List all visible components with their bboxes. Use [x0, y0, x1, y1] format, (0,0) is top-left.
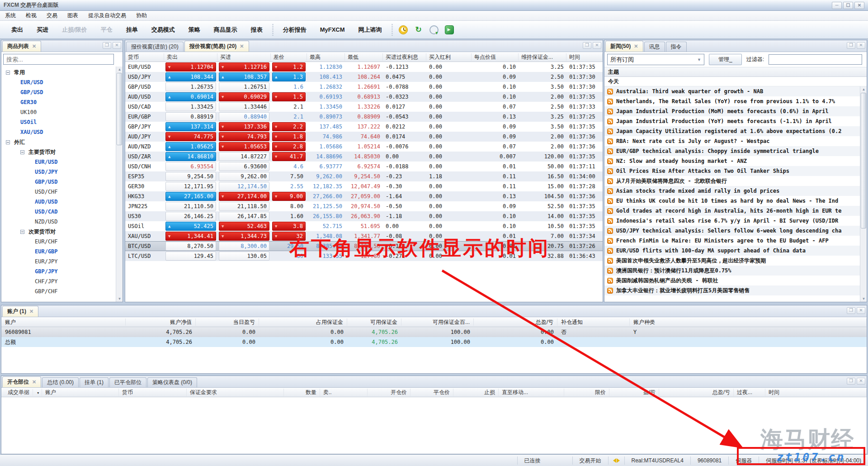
sidebar-item-GER30[interactable]: GER30 [1, 97, 123, 107]
news-item[interactable]: Japan Capacity Utilization registered at… [604, 126, 867, 136]
panel-restore-icon[interactable]: ❐ [847, 42, 855, 49]
tab-quotes-报价视窗(进阶) (20)[interactable]: 报价视窗(进阶) (20) [126, 42, 184, 52]
news-item[interactable]: EUR/USD flirts with 100-day MA support a… [604, 246, 867, 256]
quote-row-ESP35[interactable]: ESP359,254.509,262.007.509,262.009,254.5… [125, 171, 603, 181]
buy-price-cell[interactable]: 6.93600 [219, 162, 269, 171]
buy-price-cell[interactable]: 14.87227 [219, 152, 269, 161]
sidebar-scrollbar[interactable]: ▲ ▼ [116, 67, 123, 302]
scrollbar-thumb[interactable] [117, 73, 122, 145]
news-item[interactable]: Indonesia's retail sales rise 6.7% y/y i… [604, 216, 867, 226]
filter-input[interactable] [769, 54, 862, 65]
sell-price-cell[interactable]: 1.33425 [165, 102, 216, 111]
buy-price-cell[interactable]: 21,118.50 [219, 202, 269, 211]
sell-price-cell[interactable]: ▼1,344.41 [165, 232, 216, 241]
news-item[interactable]: NZ: Slow and steady housing market - ANZ [604, 156, 867, 166]
news-item[interactable]: Gold trades at record high in Australia,… [604, 206, 867, 216]
sidebar-item-USD/JPY[interactable]: USD/JPY [1, 167, 123, 177]
buy-price-cell[interactable]: 9,262.00 [219, 172, 269, 181]
account-row[interactable]: 总额4,705.260.000.004,705.26100.000.00 [1, 337, 867, 347]
sell-price-cell[interactable]: ▲52.425 [165, 222, 216, 231]
market-scan-icon[interactable] [445, 25, 454, 34]
sell-price-cell[interactable]: 9,254.50 [165, 172, 216, 181]
quote-row-JPN225[interactable]: JPN22521,110.5021,118.508.0021,125.5020,… [125, 201, 603, 211]
sidebar-item-AUD/USD[interactable]: AUD/USD [1, 197, 123, 207]
toolbar-button[interactable]: 分析报告 [276, 22, 313, 38]
news-item[interactable]: Oil Prices Rise After Attacks on Two Oil… [604, 166, 867, 176]
buy-price-cell[interactable]: ▼1.12716 [219, 62, 269, 71]
manage-button[interactable]: 管理_ [709, 54, 742, 65]
news-item[interactable]: Japan Industrial Production (MoM) meets … [604, 106, 867, 116]
toolbar-button[interactable]: 策略 [182, 22, 207, 38]
tab-news-指令[interactable]: 指令 [666, 42, 687, 52]
quote-row-HKG33[interactable]: HKG33▲27,165.00▼27,174.00▼9.0027,266.002… [125, 191, 603, 201]
buy-price-cell[interactable]: 0.88940 [219, 112, 269, 121]
toolbar-button[interactable]: MyFXCM [313, 23, 352, 37]
sidebar-item-CHF/JPY[interactable]: CHF/JPY [1, 276, 123, 286]
scroll-up-icon[interactable]: ▲ [117, 67, 122, 72]
scroll-down-icon[interactable]: ▼ [117, 296, 122, 301]
buy-price-cell[interactable]: ▼74.793 [219, 132, 269, 141]
toolbar-button[interactable]: 商品显示 [207, 22, 244, 38]
sidebar-item-GBP/USD[interactable]: GBP/USD [1, 87, 123, 97]
tab-news-新闻(50)[interactable]: 新闻(50)✕ [605, 41, 643, 52]
minimize-button[interactable]: ─ [832, 2, 842, 9]
search-input[interactable] [3, 54, 114, 65]
panel-close-icon[interactable]: ✕ [857, 307, 865, 314]
close-tab-icon[interactable]: ✕ [634, 43, 638, 49]
sidebar-item-EUR/USD[interactable]: EUR/USD [1, 77, 123, 87]
menu-item-提示及自动交易[interactable]: 提示及自动交易 [83, 10, 131, 21]
buy-price-cell[interactable]: ▼1,344.73 [219, 232, 269, 241]
tab-positions-总结 (0.00)[interactable]: 总结 (0.00) [42, 377, 79, 387]
collapse-icon[interactable] [20, 230, 24, 234]
news-item[interactable]: Netherlands, The Retail Sales (YoY) rose… [604, 96, 867, 106]
news-item[interactable]: USD/JPY technical analysis: Sellers foll… [604, 226, 867, 236]
sell-price-cell[interactable]: ▼1.12704 [165, 62, 216, 71]
tab-positions-挂单 (1)[interactable]: 挂单 (1) [80, 377, 108, 387]
tab-accounts[interactable]: 账户 (1) ✕ [2, 306, 38, 317]
menu-item-图表[interactable]: 图表 [62, 10, 83, 21]
tab-instrument-list[interactable]: 商品列表 ✕ [2, 41, 41, 52]
buy-price-cell[interactable]: ▼27,174.00 [219, 192, 269, 201]
buy-price-cell[interactable]: 130.05 [219, 252, 269, 261]
quote-row-USD/JPY[interactable]: USD/JPY▲108.344▲108.357▲1.3108.413108.26… [125, 72, 603, 82]
news-item[interactable]: 澳洲国民银行：预计澳储行11月或降息至0.75% [604, 266, 867, 276]
quote-row-AUD/NZD[interactable]: AUD/NZD▲1.05625▼1.05653▼2.81.056861.0521… [125, 142, 603, 152]
panel-close-icon[interactable]: ✕ [857, 42, 865, 49]
sell-price-cell[interactable]: 6.93554 [165, 162, 216, 171]
quote-row-USD/ZAR[interactable]: USD/ZAR▲14.8681014.87227▼41.714.8869614.… [125, 152, 603, 162]
news-item[interactable]: Australia: Third weak quarter of growth … [604, 86, 867, 96]
buy-price-cell[interactable]: ▲108.357 [219, 72, 269, 81]
toolbar-button[interactable]: 买进 [30, 22, 55, 38]
quote-row-GBP/JPY[interactable]: GBP/JPY▲137.314▼137.336▼2.2137.485137.22… [125, 122, 603, 132]
sidebar-item-GBP/CHF[interactable]: GBP/CHF [1, 286, 123, 296]
buy-price-cell[interactable]: ▼1.05653 [219, 142, 269, 151]
toolbar-button[interactable]: 网上谘询 [352, 22, 389, 38]
sell-price-cell[interactable]: ▲108.344 [165, 72, 216, 81]
quote-row-USD/CNH[interactable]: USD/CNH6.935546.936004.66.937776.92574-0… [125, 162, 603, 171]
tab-positions-开仓部位[interactable]: 开仓部位✕ [2, 376, 41, 387]
quote-row-GBP/USD[interactable]: GBP/USD1.267351.267511.61.268321.26691-0… [125, 82, 603, 92]
toolbar-button[interactable]: 挂单 [119, 22, 145, 38]
tab-quotes-报价视窗(简易) (20)[interactable]: 报价视窗(简易) (20)✕ [184, 41, 249, 52]
toolbar-button[interactable]: 卖出 [5, 22, 30, 38]
undo-icon[interactable]: ↻ [414, 25, 423, 34]
sell-price-cell[interactable]: 1.26735 [165, 82, 216, 91]
buy-price-cell[interactable]: ▼52.463 [219, 222, 269, 231]
sell-price-cell[interactable]: 8,270.50 [165, 242, 216, 251]
sidebar-item-USD/CAD[interactable]: USD/CAD [1, 207, 123, 217]
sell-price-cell[interactable]: ▲14.86810 [165, 152, 216, 161]
panel-close-icon[interactable]: ✕ [593, 42, 601, 49]
feed-select[interactable]: 所有订阅 ▼ [607, 54, 704, 65]
collapse-icon[interactable] [6, 71, 10, 75]
buy-price-cell[interactable]: ▼0.69029 [219, 92, 269, 101]
sell-price-cell[interactable]: 129.45 [165, 252, 216, 261]
panel-close-icon[interactable]: ✕ [857, 378, 865, 385]
sidebar-item-次要货币对[interactable]: 次要货币对 [1, 227, 123, 237]
panel-restore-icon[interactable]: ❐ [847, 378, 855, 385]
news-item[interactable]: 加拿大丰业银行：就业增长疲弱料打压5月美国零售销售 [604, 285, 867, 295]
quote-row-USOil[interactable]: USOil▲52.425▼52.463▼3.852.71551.6950.000… [125, 221, 603, 231]
news-item[interactable]: EUR/GBP technical analysis: Choppy insid… [604, 146, 867, 156]
toolbar-button[interactable]: 平仓 [94, 22, 119, 38]
news-item[interactable]: French FinMin Le Maire: EU Ministers agr… [604, 236, 867, 246]
sidebar-item-UK100[interactable]: UK100 [1, 107, 123, 117]
